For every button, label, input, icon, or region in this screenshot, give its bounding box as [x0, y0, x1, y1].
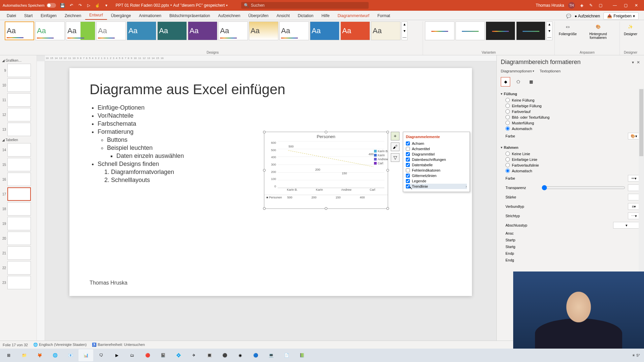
theme-thumb[interactable]: Aa	[5, 21, 34, 40]
autosave-toggle[interactable]: Automatisches Speichern	[3, 3, 56, 8]
tab-start[interactable]: Start	[20, 12, 37, 20]
taskbar-chrome[interactable]: 🌐	[48, 349, 62, 361]
pen-icon[interactable]: ✎	[588, 3, 594, 8]
pane-dropdown-icon[interactable]: ▾	[632, 60, 634, 65]
touch-icon[interactable]: ☝	[95, 3, 100, 8]
language-button[interactable]: 🌐 Englisch (Vereinigte Staaten)	[33, 343, 87, 347]
checkbox[interactable]	[406, 163, 410, 167]
qat-more-icon[interactable]: ▾	[104, 3, 109, 8]
save-icon[interactable]: 💾	[60, 3, 65, 8]
checkbox[interactable]	[406, 147, 410, 151]
theme-thumb[interactable]: Aa	[371, 21, 400, 40]
slide[interactable]: Diagramme aus Excel einfügen Einfüge-Opt…	[69, 68, 472, 296]
checkbox[interactable]	[406, 158, 410, 162]
fill-option[interactable]: Farbverlauf	[501, 109, 640, 114]
checkbox[interactable]	[406, 152, 410, 156]
from-start-icon[interactable]: ▷	[86, 3, 92, 8]
theme-thumb[interactable]: Aa	[66, 21, 95, 40]
slide-thumb[interactable]	[7, 261, 31, 275]
comments-icon[interactable]: 💬	[566, 14, 571, 18]
border-option[interactable]: Keine Linie	[501, 151, 640, 157]
close-button[interactable]: ✕	[631, 2, 641, 9]
filename[interactable]: PPT 01 Roter Faden 002.pptx • Auf "diese…	[116, 3, 228, 8]
chart-plot[interactable]: 6005004003002001000 500 200 150 400	[264, 141, 388, 195]
designer-button[interactable]: ✨ Designer	[622, 21, 639, 37]
chart-element-datentabelle[interactable]: Datentabelle	[406, 162, 467, 168]
tab-uebergaenge[interactable]: Übergänge	[107, 12, 135, 20]
cap-picker[interactable]: ▾	[613, 222, 640, 229]
width-spinner[interactable]	[628, 194, 640, 200]
radio[interactable]	[505, 126, 510, 131]
slide-thumb[interactable]	[7, 108, 31, 121]
thumb-group[interactable]: ◢ Grafiken…	[2, 59, 35, 62]
fill-option[interactable]: Keine Füllung	[501, 97, 640, 103]
chart-element-diagrammtitel[interactable]: Diagrammtitel	[406, 152, 467, 157]
slide-thumb[interactable]	[7, 123, 31, 136]
minimize-button[interactable]: —	[610, 2, 620, 9]
slide-counter[interactable]: Folie 17 von 32	[3, 343, 28, 347]
fill-option[interactable]: Bild- oder Texturfüllung	[501, 114, 640, 120]
radio[interactable]	[505, 169, 510, 173]
taskbar-firefox[interactable]: 🦊	[32, 349, 47, 361]
tab-dictation[interactable]: Dictation	[294, 12, 318, 20]
user-avatar[interactable]: TH	[568, 2, 575, 9]
thumb-group[interactable]: ◢ Tabellen	[2, 138, 35, 142]
theme-thumb[interactable]: Aa	[249, 21, 278, 40]
chart-element-datenbeschriftungen[interactable]: Datenbeschriftungen	[406, 157, 467, 162]
tab-bildschirm[interactable]: Bildschirmpräsentation	[165, 12, 214, 20]
search-input[interactable]	[251, 3, 366, 8]
slide-thumb[interactable]	[7, 143, 31, 157]
tab-datei[interactable]: Datei	[3, 12, 20, 20]
tab-ansicht[interactable]: Ansicht	[272, 12, 293, 20]
variant-thumb[interactable]	[455, 21, 485, 40]
diamond-icon[interactable]: ◈	[579, 3, 584, 8]
theme-thumb[interactable]: Aa	[188, 21, 217, 40]
chart-element-achsen[interactable]: Achsen	[406, 141, 467, 146]
checkbox[interactable]	[406, 168, 410, 172]
tab-zeichnen[interactable]: Zeichnen	[61, 12, 85, 20]
fill-color-picker[interactable]: 🎨▾	[628, 133, 640, 139]
radio[interactable]	[505, 109, 510, 114]
tab-animationen[interactable]: Animationen	[135, 12, 165, 20]
slide-thumb[interactable]	[7, 232, 31, 245]
chart[interactable]: Personen 6005004003002001000 500 200 150	[264, 132, 388, 209]
weather-widget[interactable]: ☀ 5°	[632, 353, 640, 358]
taskbar-vlc[interactable]: ▶	[109, 349, 124, 361]
checkbox[interactable]	[406, 179, 410, 183]
radio[interactable]	[505, 98, 510, 102]
theme-thumb[interactable]: Aa	[157, 21, 187, 40]
slide-thumbnails[interactable]: ◢ Grafiken… 9 10 11 12 13 ◢ Tabellen 14 …	[0, 55, 37, 341]
variant-more-button[interactable]: ▴▾⋯	[546, 21, 552, 40]
transparency-spinner[interactable]	[628, 184, 640, 191]
variant-thumb[interactable]	[425, 21, 454, 40]
theme-more-button[interactable]: ▴▾⋯	[401, 21, 408, 40]
theme-thumb[interactable]: Aa	[35, 21, 65, 40]
slide-thumb[interactable]	[7, 78, 31, 92]
fill-line-icon[interactable]: ◆	[501, 77, 510, 86]
border-color-picker[interactable]: ✏▾	[628, 175, 640, 182]
taskbar-explorer[interactable]: 📁	[17, 349, 32, 361]
search-box[interactable]: 🔍	[241, 2, 369, 9]
variant-thumb[interactable]	[486, 21, 515, 40]
toggle-switch[interactable]	[47, 3, 56, 8]
share-button[interactable]: 📤 Freigeben ▾	[603, 12, 639, 20]
dash-picker[interactable]: ⋯▾	[628, 213, 640, 219]
radio[interactable]	[505, 152, 510, 156]
taskbar-app[interactable]: 🔵	[248, 349, 263, 361]
slide-thumb[interactable]	[7, 173, 31, 186]
chart-elements-popup[interactable]: Diagrammelemente AchsenAchsentitelDiagra…	[403, 132, 470, 192]
tab-diagrammoptionen[interactable]: Diagrammoptionen ▾	[501, 69, 534, 73]
slide-thumb[interactable]	[7, 246, 31, 260]
chart-element-trendlinie[interactable]: Trendlinie›↖	[406, 184, 467, 189]
redo-icon[interactable]: ↷	[77, 3, 83, 8]
chart-element-legende[interactable]: Legende	[406, 178, 467, 184]
undo-icon[interactable]: ↶	[69, 3, 74, 8]
slide-size-button[interactable]: ▭ Foliengröße	[557, 21, 579, 40]
tab-einfuegen[interactable]: Einfügen	[37, 12, 60, 20]
tab-ueberpruefen[interactable]: Überprüfen	[244, 12, 272, 20]
border-section[interactable]: ▾Rahmen	[501, 144, 640, 151]
radio[interactable]	[505, 163, 510, 167]
compound-picker[interactable]: ≡▾	[628, 203, 640, 210]
taskbar-vscode[interactable]: 💠	[171, 349, 186, 361]
border-option[interactable]: Farbverlaufslinie	[501, 162, 640, 168]
